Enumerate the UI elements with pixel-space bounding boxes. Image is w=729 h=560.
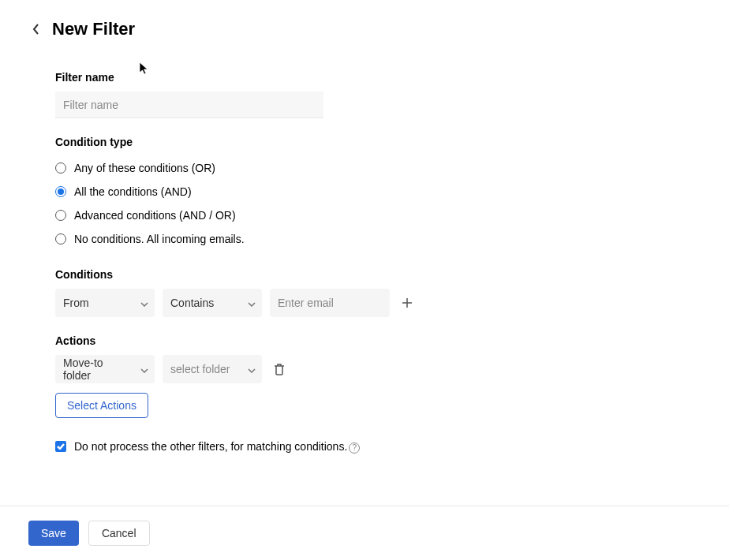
add-condition-button[interactable]: [398, 293, 417, 312]
radio-icon: [55, 162, 66, 174]
footer: Save Cancel: [0, 506, 729, 560]
checkbox-icon: [55, 441, 66, 452]
delete-action-button[interactable]: [270, 360, 289, 379]
radio-all-and[interactable]: All the conditions (AND): [55, 180, 701, 203]
condition-field-select[interactable]: From: [55, 289, 155, 317]
back-button[interactable]: [28, 21, 44, 37]
radio-icon: [55, 210, 66, 221]
chevron-down-icon: [248, 363, 256, 375]
trash-icon: [274, 364, 285, 375]
filter-name-input[interactable]: [55, 91, 323, 118]
chevron-down-icon: [140, 297, 148, 309]
condition-type-label: Condition type: [55, 136, 701, 148]
select-value: Contains: [170, 297, 214, 309]
radio-any-or[interactable]: Any of these conditions (OR): [55, 156, 701, 180]
radio-label: No conditions. All incoming emails.: [74, 233, 245, 245]
chevron-down-icon: [140, 363, 148, 375]
conditions-label: Conditions: [55, 268, 701, 281]
plus-icon: [402, 297, 413, 308]
header: New Filter: [0, 0, 729, 47]
actions-label: Actions: [55, 334, 701, 347]
cancel-button[interactable]: Cancel: [88, 521, 150, 546]
condition-operator-select[interactable]: Contains: [163, 289, 262, 317]
radio-no-conditions[interactable]: No conditions. All incoming emails.: [55, 227, 701, 251]
radio-advanced[interactable]: Advanced conditions (AND / OR): [55, 203, 701, 227]
stop-processing-checkbox-row[interactable]: Do not process the other filters, for ma…: [55, 440, 701, 454]
radio-icon: [55, 186, 66, 197]
chevron-down-icon: [248, 297, 256, 309]
page-title: New Filter: [52, 19, 135, 39]
action-type-select[interactable]: Move-to folder: [55, 355, 155, 383]
select-value: From: [63, 297, 89, 309]
save-button[interactable]: Save: [28, 521, 79, 546]
chevron-left-icon: [32, 24, 40, 35]
condition-value-input[interactable]: [270, 289, 390, 317]
radio-label: Any of these conditions (OR): [74, 162, 215, 174]
filter-name-label: Filter name: [55, 71, 701, 84]
select-value: Move-to folder: [63, 357, 133, 382]
condition-row: From Contains: [55, 289, 701, 317]
radio-label: Advanced conditions (AND / OR): [74, 209, 236, 222]
checkbox-label: Do not process the other filters, for ma…: [74, 440, 360, 454]
action-row: Move-to folder select folder: [55, 355, 701, 383]
help-icon[interactable]: ?: [349, 442, 360, 454]
radio-label: All the conditions (AND): [74, 185, 192, 198]
radio-icon: [55, 233, 66, 245]
select-value: select folder: [170, 363, 230, 375]
select-actions-button[interactable]: Select Actions: [55, 393, 148, 418]
action-target-select[interactable]: select folder: [163, 355, 262, 383]
